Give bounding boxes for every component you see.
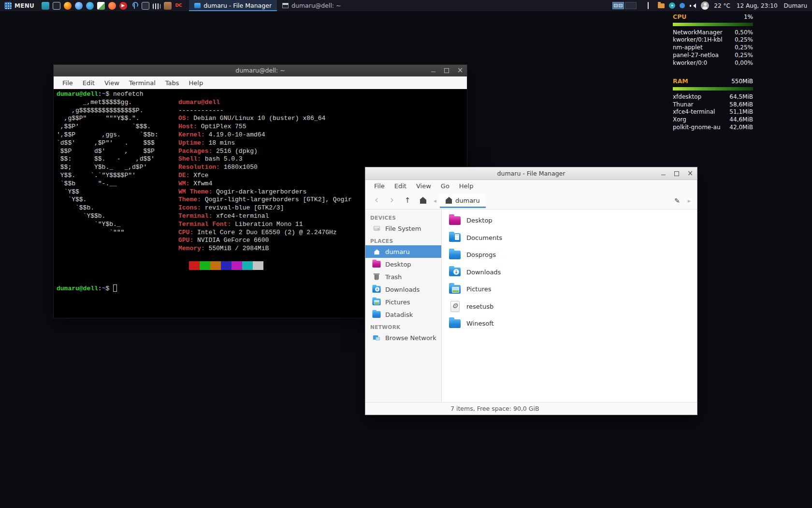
terminal-titlebar[interactable]: dumaru@dell: ~ — [54, 65, 467, 76]
maximize-icon[interactable] — [670, 167, 683, 179]
sidebar-item[interactable]: dumaru — [365, 245, 441, 258]
menu-item[interactable]: Edit — [78, 76, 100, 89]
task-button[interactable]: dumaru - File Manager — [189, 0, 277, 11]
breadcrumb-home-button[interactable]: dumaru — [440, 194, 486, 208]
sidebar-item[interactable]: Pictures — [365, 296, 441, 308]
neofetch-value: Intel Core 2 Duo E6550 (2) @ 2.247GHz — [197, 229, 337, 236]
neofetch-label: WM Theme — [178, 188, 212, 195]
sidebar-item-label: File System — [385, 225, 421, 232]
color-block — [253, 261, 263, 270]
clock[interactable]: 12 Aug, 23:10 — [737, 2, 778, 9]
display-icon[interactable] — [141, 1, 150, 10]
status-icon[interactable] — [680, 3, 685, 8]
forward-button[interactable] — [385, 194, 399, 208]
messenger-icon[interactable] — [85, 1, 94, 10]
close-icon[interactable] — [683, 167, 697, 179]
neofetch-value: Xfwm4 — [193, 180, 212, 187]
task-label: dumaru - File Manager — [203, 2, 272, 9]
places-icon[interactable] — [41, 1, 50, 10]
file-item-label: Desktop — [466, 217, 493, 224]
menu-item[interactable]: Tabs — [160, 76, 184, 89]
sidebar-item[interactable]: Browse Network — [365, 331, 441, 344]
maximize-icon[interactable] — [440, 65, 453, 76]
ubuntu-icon[interactable] — [107, 1, 116, 10]
workspace-1[interactable] — [612, 2, 624, 9]
sidebar-item[interactable]: Trash — [365, 270, 441, 283]
file-item[interactable]: Downloads — [446, 264, 697, 281]
path-scroll-left-icon[interactable] — [431, 194, 439, 208]
sidebar-item-label: Downloads — [385, 286, 420, 293]
minimize-icon[interactable] — [426, 65, 440, 76]
menu-item[interactable]: Edit — [390, 180, 411, 192]
menu-item[interactable]: Help — [454, 180, 478, 192]
neofetch-label: Packages — [178, 148, 212, 155]
process-row: xfdesktop 64,5MiB — [673, 93, 753, 101]
username[interactable]: Dumaru — [784, 2, 807, 9]
back-button[interactable] — [369, 194, 384, 208]
file-item[interactable]: Dosprogs — [446, 246, 697, 264]
wifi-icon[interactable] — [669, 2, 675, 9]
volume-icon[interactable] — [689, 2, 696, 9]
color-block — [221, 261, 232, 270]
sidebar-item[interactable]: Desktop — [365, 258, 441, 270]
libreoffice-icon[interactable] — [96, 1, 105, 10]
network-drive-icon[interactable] — [658, 3, 665, 8]
minimize-icon[interactable] — [656, 167, 670, 179]
cpu-graph — [673, 23, 753, 26]
process-row: kworker/0:1H-kbl 0,25% — [673, 36, 753, 44]
home-button[interactable] — [416, 194, 430, 208]
close-icon[interactable] — [453, 65, 467, 76]
menu-item[interactable]: Help — [184, 76, 208, 89]
firefox-icon[interactable] — [63, 1, 72, 10]
ram-label: RAM — [673, 77, 688, 85]
user-avatar[interactable] — [701, 1, 709, 10]
signal-icon[interactable] — [130, 1, 139, 10]
file-item[interactable]: resetusb — [446, 298, 697, 315]
drive-icon — [373, 226, 379, 230]
menu-item[interactable]: File — [369, 180, 390, 192]
process-name: xfce4-terminal — [673, 108, 715, 116]
fm-titlebar[interactable]: dumaru - File Manager — [365, 167, 697, 180]
neofetch-line: ThemeQogir-light-largerborders [GTK2], Q… — [178, 196, 352, 204]
task-button[interactable]: dumaru@dell: ~ — [277, 0, 346, 11]
edit-path-icon[interactable] — [670, 194, 684, 208]
file-list[interactable]: Desktop Documents Dosprogs Downloads — [442, 209, 697, 402]
up-button[interactable] — [400, 194, 415, 208]
workspace-2[interactable] — [625, 2, 637, 9]
menu-item[interactable]: View — [100, 76, 124, 89]
menu-button[interactable]: MENU — [0, 0, 39, 11]
package-icon[interactable] — [163, 1, 172, 10]
terminal-cursor — [113, 284, 117, 292]
menu-label: MENU — [14, 2, 34, 9]
terminal-window-icon[interactable] — [52, 1, 61, 10]
menu-item[interactable]: File — [58, 76, 78, 89]
file-item[interactable]: Desktop — [446, 212, 697, 229]
menu-item[interactable]: View — [411, 180, 436, 192]
neofetch-line: WMXfwm4 — [178, 180, 352, 188]
process-value: 44,6MiB — [729, 116, 753, 124]
sidebar-item[interactable]: Downloads — [365, 283, 441, 296]
terminal-command-line: dumaru@dell:~$neofetch — [57, 90, 464, 99]
media-player-icon[interactable]: ▶ — [118, 1, 128, 10]
process-value: 0,25% — [735, 36, 753, 44]
sidebar-section-places: PLACES — [365, 235, 441, 245]
sidebar-item[interactable]: Datadisk — [365, 308, 441, 321]
neofetch-value: 2516 (dpkg) — [216, 148, 258, 155]
color-block — [210, 261, 221, 270]
process-value: 58,6MiB — [729, 101, 753, 109]
browser-icon[interactable] — [74, 1, 83, 10]
neofetch-label: Terminal Font — [178, 221, 231, 228]
menu-item[interactable]: Go — [436, 180, 454, 192]
sidebar-item[interactable]: File System — [365, 222, 441, 235]
menu-item[interactable]: Terminal — [124, 76, 160, 89]
file-item[interactable]: Pictures — [446, 281, 697, 298]
dosbox-icon[interactable]: DC — [174, 1, 183, 10]
path-scroll-right-icon[interactable] — [685, 194, 693, 208]
file-item[interactable]: Documents — [446, 229, 697, 247]
file-item[interactable]: Winesoft — [446, 315, 697, 332]
file-item-label: Dosprogs — [466, 251, 496, 258]
network-icon — [373, 335, 380, 340]
process-name: Thunar — [673, 101, 693, 109]
neofetch-value: Qogir-light-largerborders [GTK2], Qogir — [205, 196, 352, 203]
equalizer-icon[interactable] — [152, 1, 161, 10]
